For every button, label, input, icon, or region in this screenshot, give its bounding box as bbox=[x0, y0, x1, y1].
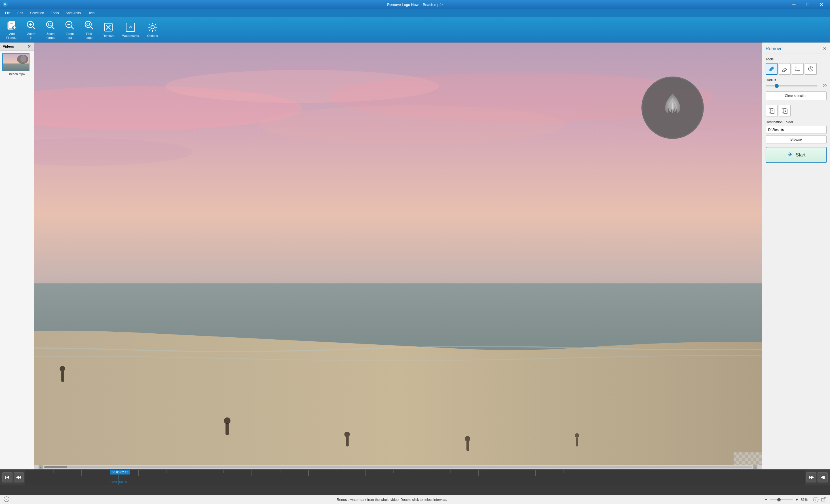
panel-close-button[interactable]: ✕ bbox=[823, 46, 827, 51]
go-end-frame-button[interactable] bbox=[806, 472, 817, 482]
svg-line-19 bbox=[71, 27, 74, 29]
svg-marker-100 bbox=[821, 476, 824, 479]
twitter-icon[interactable]: t bbox=[813, 497, 819, 503]
svg-point-53 bbox=[224, 417, 230, 424]
video-thumbnail[interactable]: Beach.mp4 bbox=[2, 53, 31, 76]
timeline-track-area[interactable]: 00:00:02 13 00:00:00.00 bbox=[25, 470, 805, 485]
zoom-normal-icon: 1:1 bbox=[45, 20, 56, 31]
video-name: Beach.mp4 bbox=[2, 72, 31, 76]
watermarks-label: Watermarks bbox=[122, 34, 139, 38]
rect-tool-button[interactable] bbox=[792, 63, 804, 75]
copy-to-button[interactable] bbox=[779, 105, 791, 117]
svg-rect-101 bbox=[824, 476, 825, 479]
svg-text:W: W bbox=[129, 25, 132, 29]
svg-rect-73 bbox=[5, 476, 6, 479]
menu-selection[interactable]: Selection bbox=[27, 10, 47, 16]
browse-button[interactable]: Browse bbox=[766, 135, 827, 143]
status-bar: ? Remove watermark from the whole video.… bbox=[0, 495, 830, 504]
scroll-left-button[interactable]: ‹ bbox=[38, 465, 43, 469]
zoom-normal-button[interactable]: 1:1 Zoomnormal bbox=[42, 18, 59, 41]
destination-section: Destination Folder Browse bbox=[766, 120, 827, 143]
radius-section: Radius 20 bbox=[766, 78, 827, 88]
go-start-button[interactable] bbox=[2, 472, 12, 482]
svg-line-35 bbox=[155, 30, 156, 31]
find-logo-button[interactable]: FindLogo bbox=[81, 18, 98, 41]
zoom-minus-button[interactable]: − bbox=[763, 497, 769, 503]
logo-circle bbox=[641, 76, 704, 139]
help-icon[interactable]: ? bbox=[3, 496, 10, 502]
menu-help[interactable]: Help bbox=[85, 10, 98, 16]
timeline-controls: 00:00:02 13 00:00:00.00 bbox=[0, 470, 830, 485]
svg-point-20 bbox=[85, 21, 91, 28]
sidebar-title: Videos bbox=[3, 44, 14, 48]
timeline: 00:00:02 13 00:00:00.00 bbox=[0, 469, 830, 495]
menu-file[interactable]: File bbox=[2, 10, 13, 16]
zoom-plus-button[interactable]: + bbox=[794, 497, 800, 503]
menu-softorbits[interactable]: SoftOrbits bbox=[63, 10, 83, 16]
status-right: − + 81% t bbox=[763, 497, 827, 503]
svg-marker-75 bbox=[19, 476, 21, 479]
tools-row bbox=[766, 63, 827, 75]
eraser-tool-button[interactable] bbox=[779, 63, 791, 75]
brush-tool-button[interactable] bbox=[766, 63, 777, 75]
main-layout: Videos ✕ bbox=[0, 42, 830, 469]
svg-rect-106 bbox=[822, 498, 825, 501]
tools-section: Tools bbox=[766, 57, 827, 75]
panel-header: Remove ✕ bbox=[766, 46, 827, 54]
minimize-button[interactable]: ─ bbox=[788, 0, 800, 9]
zoom-in-button[interactable]: Zoomin bbox=[23, 18, 40, 41]
svg-rect-50 bbox=[61, 371, 64, 382]
menu-tools[interactable]: Tools bbox=[48, 10, 62, 16]
playhead[interactable]: 00:00:02 13 00:00:00.00 bbox=[119, 470, 119, 485]
copy-from-button[interactable] bbox=[766, 105, 777, 117]
maximize-button[interactable]: □ bbox=[801, 0, 814, 9]
menu-edit[interactable]: Edit bbox=[14, 10, 26, 16]
options-icon bbox=[147, 22, 158, 33]
destination-label: Destination Folder bbox=[766, 120, 827, 124]
sidebar: Videos ✕ bbox=[0, 42, 34, 469]
start-arrow-icon bbox=[787, 151, 794, 159]
zoom-out-button[interactable]: Zoomout bbox=[61, 18, 78, 41]
start-button[interactable]: Start bbox=[766, 147, 827, 163]
svg-line-36 bbox=[155, 24, 156, 25]
remove-label: Remove bbox=[103, 34, 114, 38]
go-end-button[interactable] bbox=[818, 472, 828, 482]
svg-line-34 bbox=[149, 24, 150, 25]
svg-point-55 bbox=[344, 432, 350, 437]
zoom-normal-label: Zoomnormal bbox=[46, 32, 55, 39]
radius-slider[interactable] bbox=[766, 85, 818, 87]
remove-button[interactable]: Remove bbox=[100, 20, 117, 39]
time-tool-button[interactable] bbox=[805, 63, 817, 75]
close-button[interactable]: ✕ bbox=[815, 0, 828, 9]
radius-value: 20 bbox=[820, 84, 827, 88]
svg-marker-99 bbox=[811, 476, 814, 479]
toolbar: AddFile(s)... Zoomin 1:1 Zoomnormal bbox=[0, 17, 830, 42]
svg-rect-39 bbox=[3, 64, 30, 71]
svg-rect-58 bbox=[576, 438, 578, 446]
svg-rect-56 bbox=[467, 441, 469, 451]
menu-bar: File Edit Selection Tools SoftOrbits Hel… bbox=[0, 9, 830, 17]
external-link-icon[interactable] bbox=[821, 497, 827, 503]
add-files-button[interactable]: AddFile(s)... bbox=[3, 18, 21, 41]
watermarks-button[interactable]: W W Watermarks bbox=[119, 20, 142, 39]
video-canvas[interactable]: ‹ › bbox=[34, 42, 762, 469]
zoom-slider[interactable] bbox=[770, 499, 793, 500]
zoom-out-icon bbox=[64, 20, 75, 31]
radius-label: Radius bbox=[766, 78, 827, 82]
scroll-thumb[interactable] bbox=[44, 466, 67, 468]
options-button[interactable]: Options bbox=[144, 20, 161, 39]
svg-rect-52 bbox=[225, 423, 229, 435]
scroll-right-button[interactable]: › bbox=[753, 465, 757, 469]
destination-input[interactable] bbox=[766, 126, 827, 134]
watermarks-icon: W W bbox=[125, 22, 136, 33]
remove-icon bbox=[103, 22, 114, 33]
title-bar-left: R bbox=[2, 1, 8, 8]
svg-line-16 bbox=[52, 27, 55, 29]
clear-selection-button[interactable]: Clear selection bbox=[766, 91, 827, 100]
h-scrollbar[interactable]: ‹ › bbox=[34, 465, 762, 469]
play-back-button[interactable] bbox=[13, 472, 24, 482]
sidebar-close-button[interactable]: ✕ bbox=[28, 44, 31, 49]
copy-row bbox=[766, 105, 827, 117]
svg-line-22 bbox=[91, 27, 93, 29]
thumbnail-image bbox=[2, 53, 30, 71]
